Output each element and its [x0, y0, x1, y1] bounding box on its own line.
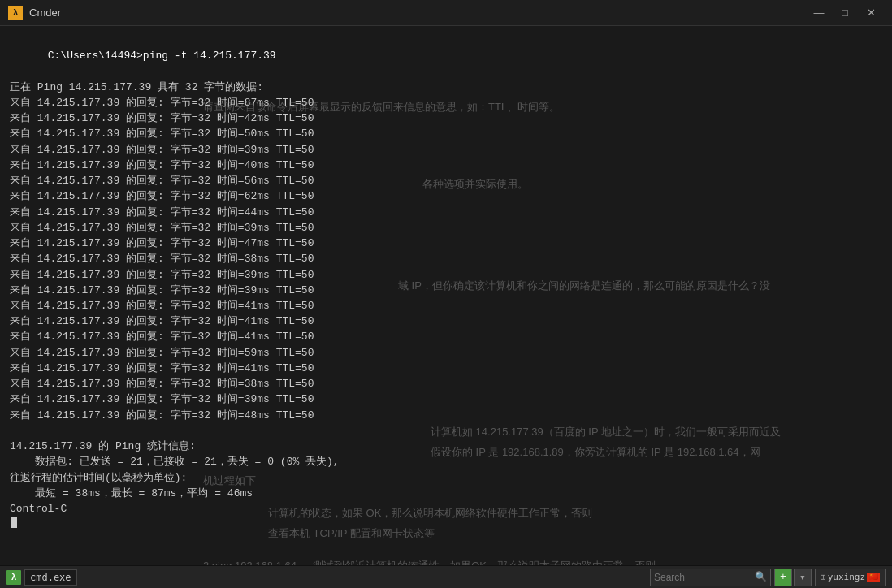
- maximize-button[interactable]: □: [832, 3, 858, 23]
- status-right-buttons: + ▾: [774, 569, 812, 586]
- terminal-cursor: [11, 517, 17, 528]
- cmd-icon: ⊞: [821, 572, 826, 582]
- ping-line-4: 来自 14.215.177.39 的回复: 字节=32 时间=40ms TTL=…: [10, 158, 882, 173]
- search-input[interactable]: [654, 572, 751, 583]
- prompt-line: C:\Users\14494>ping -t 14.215.177.39: [10, 32, 882, 80]
- terminal-content[interactable]: C:\Users\14494>ping -t 14.215.177.39 正在 …: [0, 26, 892, 565]
- status-bar: λ cmd.exe 🔍 + ▾ ⊞ yuxingz 🇨🇳: [0, 565, 892, 588]
- ping-line-13: 来自 14.215.177.39 的回复: 字节=32 时间=41ms TTL=…: [10, 298, 882, 313]
- ping-line-5: 来自 14.215.177.39 的回复: 字节=32 时间=56ms TTL=…: [10, 173, 882, 188]
- stats-header-line: 14.215.177.39 的 Ping 统计信息:: [10, 439, 882, 454]
- flag-icon: 🇨🇳: [867, 573, 880, 582]
- title-bar: λ Cmder — □ ✕: [0, 0, 892, 26]
- ping-line-1: 来自 14.215.177.39 的回复: 字节=32 时间=42ms TTL=…: [10, 110, 882, 126]
- ping-line-15: 来自 14.215.177.39 的回复: 字节=32 时间=41ms TTL=…: [10, 329, 882, 344]
- overlay-hint-8: 2 ping 192.168.1.64 — 测试到邻近计算机的连通性，如果OK，…: [203, 558, 656, 565]
- ping-line-14: 来自 14.215.177.39 的回复: 字节=32 时间=41ms TTL=…: [10, 313, 882, 329]
- ping-line-17: 来自 14.215.177.39 的回复: 字节=32 时间=41ms TTL=…: [10, 361, 882, 376]
- ping-line-2: 来自 14.215.177.39 的回复: 字节=32 时间=50ms TTL=…: [10, 126, 882, 141]
- stats-header: [10, 423, 882, 439]
- ping-line-10: 来自 14.215.177.39 的回复: 字节=32 时间=38ms TTL=…: [10, 251, 882, 266]
- add-tab-button[interactable]: +: [774, 569, 792, 586]
- cursor-line: [10, 517, 882, 528]
- stats-packets: 数据包: 已发送 = 21，已接收 = 21，丢失 = 0 (0% 丢失),: [10, 454, 882, 469]
- minimize-button[interactable]: —: [806, 3, 832, 23]
- close-button[interactable]: ✕: [858, 3, 884, 23]
- ping-line-20: 来自 14.215.177.39 的回复: 字节=32 时间=48ms TTL=…: [10, 408, 882, 423]
- ping-line-9: 来自 14.215.177.39 的回复: 字节=32 时间=47ms TTL=…: [10, 236, 882, 251]
- ping-line-11: 来自 14.215.177.39 的回复: 字节=32 时间=39ms TTL=…: [10, 267, 882, 283]
- ping-line-16: 来自 14.215.177.39 的回复: 字节=32 时间=59ms TTL=…: [10, 345, 882, 361]
- username-text: yuxingz: [828, 572, 865, 582]
- ping-line-7: 来自 14.215.177.39 的回复: 字节=32 时间=44ms TTL=…: [10, 205, 882, 220]
- status-lambda-icon: λ: [6, 570, 21, 585]
- ping-line-19: 来自 14.215.177.39 的回复: 字节=32 时间=39ms TTL=…: [10, 391, 882, 407]
- search-box-wrap: 🔍: [650, 569, 771, 586]
- ping-line-6: 来自 14.215.177.39 的回复: 字节=32 时间=62ms TTL=…: [10, 188, 882, 204]
- window-title: Cmder: [29, 6, 806, 19]
- ping-line-8: 来自 14.215.177.39 的回复: 字节=32 时间=39ms TTL=…: [10, 220, 882, 236]
- stats-values: 最短 = 38ms，最长 = 87ms，平均 = 46ms: [10, 486, 882, 501]
- ping-header-line: 正在 Ping 14.215.177.39 具有 32 字节的数据:: [10, 80, 882, 95]
- ping-output: 来自 14.215.177.39 的回复: 字节=32 时间=87ms TTL=…: [10, 95, 882, 423]
- search-icon[interactable]: 🔍: [755, 571, 767, 583]
- app-icon: λ: [8, 6, 23, 20]
- control-c-line: Control-C: [10, 501, 882, 517]
- user-info: ⊞ yuxingz 🇨🇳: [815, 569, 886, 586]
- ping-line-3: 来自 14.215.177.39 的回复: 字节=32 时间=39ms TTL=…: [10, 142, 882, 158]
- terminal-body: C:\Users\14494>ping -t 14.215.177.39 正在 …: [0, 26, 892, 565]
- settings-button[interactable]: ▾: [794, 569, 812, 586]
- ping-line-12: 来自 14.215.177.39 的回复: 字节=32 时间=39ms TTL=…: [10, 283, 882, 298]
- window-controls: — □ ✕: [806, 3, 884, 23]
- ping-line-0: 来自 14.215.177.39 的回复: 字节=32 时间=87ms TTL=…: [10, 95, 882, 110]
- status-tab[interactable]: cmd.exe: [24, 569, 77, 586]
- command-text: C:\Users\14494>ping -t 14.215.177.39: [48, 50, 276, 62]
- stats-rtt-label: 往返行程的估计时间(以毫秒为单位):: [10, 470, 882, 486]
- ping-line-18: 来自 14.215.177.39 的回复: 字节=32 时间=38ms TTL=…: [10, 376, 882, 391]
